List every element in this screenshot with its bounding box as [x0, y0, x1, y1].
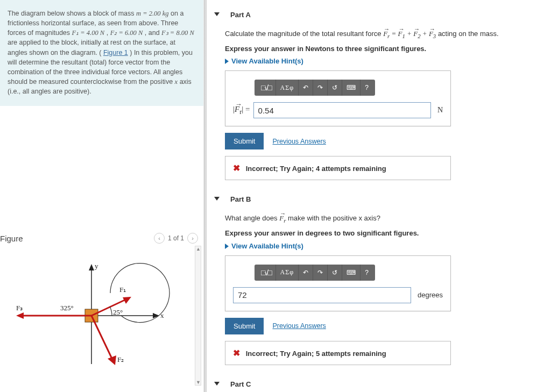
mass-expr: m = 2.00 kg — [136, 10, 169, 17]
f3-expr: F₃ = 8.00 N — [161, 29, 194, 37]
help-icon[interactable]: ? — [361, 80, 373, 96]
redo-icon[interactable]: ↷ — [313, 80, 328, 96]
figure-title: Figure — [0, 234, 23, 243]
hints-toggle[interactable]: View Available Hint(s) — [225, 57, 546, 65]
figure-page: 1 of 1 — [168, 234, 184, 242]
unit-label: degrees — [414, 291, 443, 299]
part-c: Part C — [225, 380, 546, 388]
answer-box-b: □√□ ΑΣφ ↶ ↷ ↺ ⌨ ? degrees — [225, 255, 451, 311]
svg-line-8 — [91, 316, 113, 361]
figure-link[interactable]: Figure 1 — [103, 49, 128, 56]
problem-intro: The diagram below shows a block of mass … — [0, 0, 203, 106]
intro-text: The diagram below shows a block of mass — [8, 10, 136, 17]
feedback-a: ✖ Incorrect; Try Again; 4 attempts remai… — [225, 156, 451, 180]
hints-toggle[interactable]: View Available Hint(s) — [225, 242, 546, 250]
redo-icon[interactable]: ↷ — [313, 265, 328, 281]
svg-text:325°: 325° — [60, 304, 74, 312]
part-b-prompt: What angle does Fr make with the positiv… — [225, 213, 546, 225]
unit-label: N — [434, 106, 443, 115]
answer-input-a[interactable] — [253, 102, 431, 118]
answer-box-a: □√□ ΑΣφ ↶ ↷ ↺ ⌨ ? |Fr| = N — [225, 70, 451, 126]
figure-next-button[interactable]: › — [187, 233, 198, 244]
feedback-b: ✖ Incorrect; Try Again; 5 attempts remai… — [225, 341, 451, 365]
previous-answers-link[interactable]: Previous Answers — [272, 138, 326, 145]
figure-scrollbar[interactable] — [195, 246, 201, 386]
f2-expr: F₂ = 6.00 N — [110, 29, 143, 37]
f3-label: F₃ — [16, 304, 23, 312]
f1-label: F₁ — [119, 286, 126, 294]
undo-icon[interactable]: ↶ — [299, 80, 313, 96]
undo-icon[interactable]: ↶ — [299, 265, 313, 281]
equation-toolbar: □√□ ΑΣφ ↶ ↷ ↺ ⌨ ? — [255, 265, 375, 281]
incorrect-icon: ✖ — [233, 348, 240, 358]
template-tool[interactable]: □√□ — [257, 80, 276, 96]
collapse-icon[interactable] — [214, 382, 220, 386]
keyboard-icon[interactable]: ⌨ — [342, 80, 361, 96]
reset-icon[interactable]: ↺ — [328, 80, 342, 96]
part-title: Part B — [230, 195, 251, 203]
part-title: Part C — [230, 380, 251, 388]
collapse-icon[interactable] — [214, 12, 220, 16]
greek-tool[interactable]: ΑΣφ — [276, 265, 299, 281]
part-a: Part A Calculate the magnitude of the to… — [225, 11, 546, 180]
incorrect-icon: ✖ — [233, 163, 240, 173]
figure-prev-button[interactable]: ‹ — [154, 233, 165, 244]
answer-label: |Fr| = — [233, 105, 250, 116]
part-b: Part B What angle does Fr make with the … — [225, 195, 546, 365]
submit-button[interactable]: Submit — [225, 133, 264, 149]
figure-pager: ‹ 1 of 1 › — [154, 233, 198, 244]
submit-button[interactable]: Submit — [225, 318, 264, 334]
f2-label: F₂ — [117, 355, 124, 364]
template-tool[interactable]: □√□ — [257, 265, 276, 281]
y-axis-label: y — [95, 262, 98, 270]
keyboard-icon[interactable]: ⌨ — [342, 265, 361, 281]
part-a-prompt: Calculate the magnitude of the total res… — [225, 28, 546, 40]
answer-input-b[interactable] — [233, 287, 411, 303]
equation-toolbar: □√□ ΑΣφ ↶ ↷ ↺ ⌨ ? — [255, 80, 375, 96]
part-title: Part A — [230, 11, 251, 19]
reset-icon[interactable]: ↺ — [328, 265, 342, 281]
help-icon[interactable]: ? — [361, 265, 373, 281]
previous-answers-link[interactable]: Previous Answers — [272, 322, 326, 330]
f1-expr: F₁ = 4.00 N — [72, 29, 105, 37]
svg-text:25°: 25° — [113, 308, 123, 316]
svg-marker-2 — [89, 264, 94, 270]
figure-canvas: y x F₁ 25° F₂ F₃ — [0, 246, 203, 386]
svg-marker-11 — [16, 312, 24, 319]
part-a-instruction: Express your answer in Newtons to three … — [225, 44, 546, 54]
collapse-icon[interactable] — [214, 197, 220, 201]
greek-tool[interactable]: ΑΣφ — [276, 80, 299, 96]
part-b-instruction: Express your answer in degrees to two si… — [225, 228, 546, 239]
